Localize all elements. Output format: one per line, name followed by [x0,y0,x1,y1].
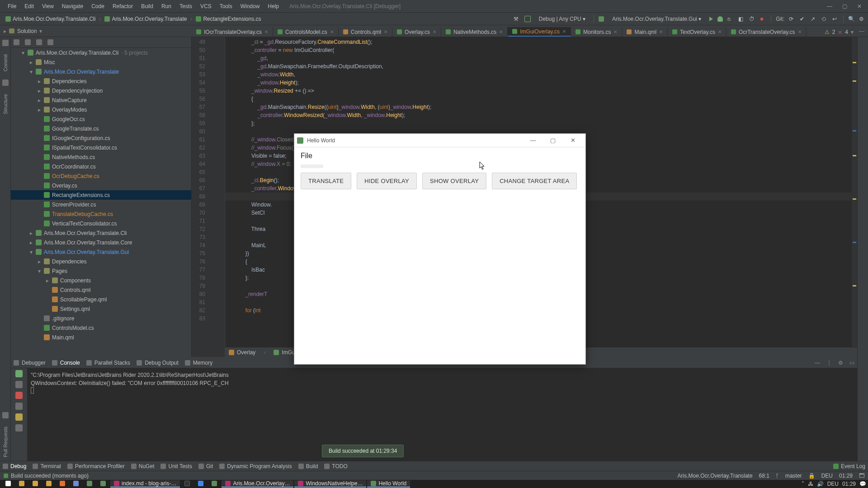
taskbar-app[interactable] [70,480,82,488]
taskbar-app[interactable] [56,480,69,488]
debug-tab-console[interactable]: Console [52,360,80,366]
attach-icon[interactable]: ⎋ [727,16,734,22]
tray-lang[interactable]: DEU [827,481,839,487]
tab-close-icon[interactable]: ✕ [562,29,566,34]
taskbar-app[interactable]: WindowsNativeHelpe… [294,480,366,488]
tree-item[interactable]: NativeMethods.cs [11,152,191,162]
tree-item[interactable]: ▸Misc [11,57,191,67]
tab-close-icon[interactable]: ✕ [659,29,663,34]
tree-item[interactable]: ▸OverlayModes [11,105,191,114]
taskbar-app[interactable] [181,480,193,488]
window-close-icon[interactable]: ✕ [857,3,862,9]
editor-tab[interactable]: Controls.qml✕ [339,27,392,37]
git-push-icon[interactable]: ↗ [811,16,817,22]
tree-item[interactable]: TranslateDebugCache.cs [11,209,191,219]
error-badge-icon[interactable]: ⨯ [838,29,842,35]
debug-tab-memory[interactable]: Memory [185,360,212,366]
toolwin-debug[interactable]: Debug [3,463,26,469]
git-update-icon[interactable]: ⟳ [789,16,795,22]
tab-close-icon[interactable]: ✕ [613,29,617,34]
debug-icon[interactable] [717,16,723,22]
debug-tab-debugger[interactable]: Debugger [14,360,46,366]
taskbar-app[interactable] [83,480,96,488]
run-icon[interactable] [709,17,713,21]
tree-item[interactable]: ScreenProvider.cs [11,200,191,209]
rail-structure[interactable]: Structure [3,89,8,120]
menu-file[interactable]: File [4,0,20,13]
settings-icon[interactable]: ⚙ [859,16,865,22]
tree-save-icon[interactable] [47,39,53,45]
tree-item[interactable]: OcrCoordinator.cs [11,162,191,171]
tray-volume-icon[interactable]: 🔊 [817,481,824,487]
pull-requests-icon[interactable] [2,412,9,418]
editor-tab[interactable]: ImGuiOverlay.cs✕ [508,27,571,37]
tree-item[interactable]: Settings.qml [11,304,191,314]
resume-icon[interactable] [15,370,23,377]
popup-minimize-icon[interactable]: — [523,137,543,144]
crumb-class[interactable]: Overlay [229,349,255,356]
breadcrumb-file[interactable]: RectangleExtensions.cs [193,16,264,22]
tree-item[interactable]: OcrDebugCache.cs [11,171,191,181]
popup-menu-file[interactable]: File [294,147,585,160]
tree-twisty-icon[interactable]: ▾ [29,69,33,75]
popup-maximize-icon[interactable]: ▢ [543,137,563,144]
toolwin-terminal[interactable]: Terminal [33,463,61,469]
tree-item[interactable]: GoogleTranslate.cs [11,124,191,133]
toolwin-nuget[interactable]: NuGet [131,463,155,469]
tree-twisty-icon[interactable]: ▸ [37,78,42,84]
hide-overlay-button[interactable]: HIDE OVERLAY [357,173,417,189]
hide-panel-icon[interactable]: — [859,28,864,34]
tree-twisty-icon[interactable]: ▸ [37,97,42,103]
git-branch-icon[interactable]: ᚶ [776,473,779,479]
tree-item[interactable]: GoogleOcr.cs [11,114,191,124]
warning-badge-icon[interactable]: ⚠ [825,29,830,35]
menu-tests[interactable]: Tests [175,0,196,13]
window-maximize-icon[interactable]: ▢ [842,3,847,9]
taskbar-app[interactable]: Aris.Moe.Ocr.Overlay… [222,480,293,488]
tab-close-icon[interactable]: ✕ [718,29,722,34]
tray-chevron-up-icon[interactable]: ˄ [802,481,804,487]
git-commit-icon[interactable]: ✔ [800,16,806,22]
tree-item[interactable]: RectangleExtensions.cs [11,190,191,200]
toolwin-performance-profiler[interactable]: Performance Profiler [67,463,125,469]
rail-pull-requests[interactable]: Pull Requests [3,421,8,463]
settings-debug-icon[interactable] [15,424,23,432]
event-log-button[interactable]: Event Log [833,463,865,469]
tree-item[interactable]: ControlsModel.cs [11,323,191,333]
menu-vcs[interactable]: VCS [196,0,216,13]
status-encoding[interactable]: DEU [821,473,833,479]
chevron-down-icon[interactable]: ▾ [21,50,25,56]
tab-close-icon[interactable]: ✕ [384,29,387,34]
toolwin-build[interactable]: Build [298,463,318,469]
tool-minimize-icon[interactable]: ▭ [849,360,854,366]
editor-tab[interactable]: NativeMethods.cs✕ [441,27,508,37]
tree-item[interactable]: Main.qml [11,333,191,342]
tree-item[interactable]: ▸NativeCapture [11,95,191,105]
menu-build[interactable]: Build [137,0,157,13]
tree-twisty-icon[interactable]: ▸ [37,107,42,113]
toolwin-dynamic-program-analysis[interactable]: Dynamic Program Analysis [219,463,292,469]
taskbar-app[interactable] [194,480,207,488]
tab-close-icon[interactable]: ✕ [330,29,334,34]
menu-tools[interactable]: Tools [216,0,236,13]
popup-close-icon[interactable]: ✕ [563,137,583,144]
tray-notifications-icon[interactable]: 💬 [859,481,866,487]
status-mem-icon[interactable]: 🗔 [859,473,864,479]
translate-button[interactable]: TRANSLATE [301,173,351,189]
tree-twisty-icon[interactable]: ▸ [45,277,50,284]
change-target-area-button[interactable]: CHANGE TARGET AREA [492,173,577,189]
status-caret-pos[interactable]: 68:1 [759,473,769,479]
inspection-marker-strip[interactable] [852,37,857,347]
pause-icon[interactable] [15,381,23,388]
menu-edit[interactable]: Edit [20,0,38,13]
menu-navigate[interactable]: Navigate [58,0,87,13]
padlock-icon[interactable]: 🔒 [808,473,815,479]
tree-item[interactable]: ▸Aris.Moe.Ocr.Overlay.Translate.Cli [11,228,191,238]
build-hammer-icon[interactable]: ⚒ [514,16,520,22]
editor-tab[interactable]: Monitors.cs✕ [571,27,622,37]
tool-gear-icon[interactable]: ⚙ [838,360,843,366]
tree-twisty-icon[interactable]: ▸ [29,230,33,236]
toolwin-git[interactable]: Git [198,463,213,469]
tree-twisty-icon[interactable]: ▸ [29,59,33,66]
taskbar-app[interactable] [97,480,109,488]
